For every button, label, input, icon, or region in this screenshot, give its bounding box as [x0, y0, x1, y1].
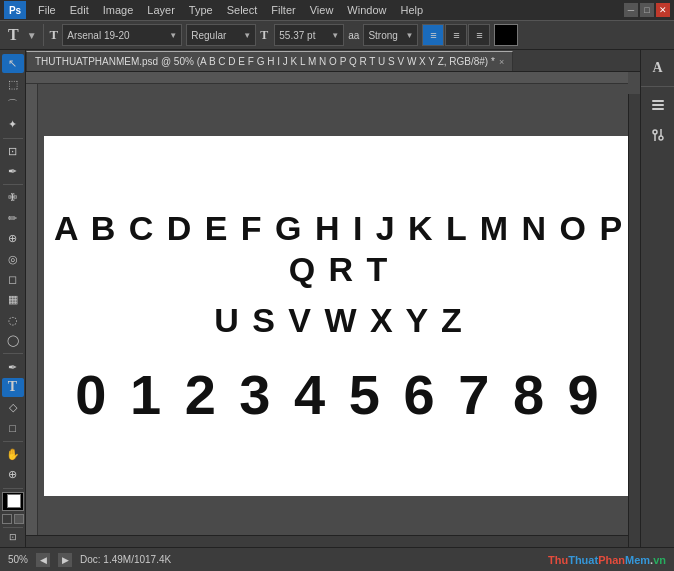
type-tool-icon: T [4, 26, 23, 44]
mode-buttons [2, 514, 24, 524]
eraser-tool[interactable]: ◻ [2, 270, 24, 289]
alphabet-row-2: U S V W X Y Z [214, 300, 464, 341]
align-right-button[interactable]: ≡ [468, 24, 490, 46]
marquee-tool[interactable]: ⬚ [2, 74, 24, 93]
font-size-dropdown[interactable]: 55.37 pt ▼ [274, 24, 344, 46]
font-style-value: Regular [191, 30, 239, 41]
menu-file[interactable]: File [32, 2, 62, 18]
blur-tool[interactable]: ◌ [2, 311, 24, 330]
history-tool[interactable]: ◎ [2, 249, 24, 268]
hand-tool[interactable]: ✋ [2, 445, 24, 464]
zoom-tool[interactable]: ⊕ [2, 465, 24, 484]
tools-divider-2 [3, 184, 23, 185]
pen-tool[interactable]: ✒ [2, 357, 24, 376]
tools-divider-6 [3, 527, 23, 528]
document-tab-label: THUTHUATPHANMEM.psd @ 50% (A B C D E F G… [35, 56, 495, 67]
window-controls: ─ □ ✕ [624, 3, 670, 17]
gradient-tool[interactable]: ▦ [2, 290, 24, 309]
ruler-horizontal [26, 72, 628, 84]
svg-rect-0 [652, 100, 664, 102]
foreground-color[interactable] [2, 492, 24, 512]
font-size-icon: T [50, 27, 59, 43]
svg-rect-1 [652, 104, 664, 106]
standard-mode-button[interactable] [2, 514, 12, 524]
svg-point-3 [653, 130, 657, 134]
svg-point-4 [659, 136, 663, 140]
font-size-T-icon: T [260, 28, 268, 43]
magic-wand-tool[interactable]: ✦ [2, 115, 24, 134]
toolbar: T ▼ T Arsenal 19-20 ▼ Regular ▼ T 55.37 … [0, 20, 674, 50]
menu-help[interactable]: Help [394, 2, 429, 18]
move-tool[interactable]: ↖ [2, 54, 24, 73]
close-button[interactable]: ✕ [656, 3, 670, 17]
wm-thu: Thu [548, 554, 568, 566]
right-panel-divider-1 [641, 86, 674, 87]
menu-select[interactable]: Select [221, 2, 264, 18]
adjustments-icon[interactable] [644, 121, 672, 149]
font-name-value: Arsenal 19-20 [67, 30, 165, 41]
type-tool[interactable]: T [2, 378, 24, 397]
menu-window[interactable]: Window [341, 2, 392, 18]
font-style-dropdown[interactable]: Regular ▼ [186, 24, 256, 46]
watermark: ThuThuatPhanMem.vn [548, 554, 666, 566]
screen-mode-button[interactable]: ⊡ [8, 531, 18, 543]
lasso-tool[interactable]: ⌒ [2, 95, 24, 114]
font-name-arrow-icon: ▼ [169, 31, 177, 40]
brush-tool[interactable]: ✏ [2, 209, 24, 228]
character-panel-icon[interactable]: A [644, 54, 672, 82]
menu-bar: Ps File Edit Image Layer Type Select Fil… [0, 0, 674, 20]
menu-layer[interactable]: Layer [141, 2, 181, 18]
crop-tool[interactable]: ⊡ [2, 142, 24, 161]
anti-alias-value: Strong [368, 30, 401, 41]
scrollbar-vertical[interactable] [628, 94, 640, 547]
font-size-arrow-icon: ▼ [331, 31, 339, 40]
tools-divider-4 [3, 441, 23, 442]
right-panel: A [640, 50, 674, 547]
anti-alias-dropdown[interactable]: Strong ▼ [363, 24, 418, 46]
anti-alias-arrow-icon: ▼ [405, 31, 413, 40]
toolbar-divider-1 [43, 24, 44, 46]
wm-mem: Mem [625, 554, 650, 566]
tool-arrow-icon: ▼ [27, 30, 37, 41]
document-tab[interactable]: THUTHUATPHANMEM.psd @ 50% (A B C D E F G… [26, 51, 513, 71]
quick-mask-button[interactable] [14, 514, 24, 524]
text-color-swatch[interactable] [494, 24, 518, 46]
tools-divider-1 [3, 138, 23, 139]
zoom-level: 50% [8, 554, 28, 565]
menu-filter[interactable]: Filter [265, 2, 301, 18]
shape-tool[interactable]: □ [2, 419, 24, 438]
status-bar: 50% ◀ ▶ Doc: 1.49M/1017.4K ThuThuatPhanM… [0, 547, 674, 571]
menu-edit[interactable]: Edit [64, 2, 95, 18]
wm-vn: vn [653, 554, 666, 566]
ps-logo: Ps [4, 1, 26, 19]
align-center-button[interactable]: ≡ [445, 24, 467, 46]
eyedropper-tool[interactable]: ✒ [2, 162, 24, 181]
aa-label: aa [348, 30, 359, 41]
numbers-row: 0 1 2 3 4 5 6 7 8 9 [75, 367, 602, 423]
align-group: ≡ ≡ ≡ [422, 24, 490, 46]
status-next-button[interactable]: ▶ [58, 553, 72, 567]
menu-type[interactable]: Type [183, 2, 219, 18]
maximize-button[interactable]: □ [640, 3, 654, 17]
alphabet-row-1: A B C D E F G H I J K L M N O P Q R T [44, 208, 634, 290]
canvas-area: THUTHUATPHANMEM.psd @ 50% (A B C D E F G… [26, 50, 640, 547]
main-area: ↖ ⬚ ⌒ ✦ ⊡ ✒ ✙ ✏ ⊕ ◎ ◻ ▦ ◌ ◯ ✒ T ◇ □ ✋ ⊕ … [0, 50, 674, 547]
canvas-scroll-area[interactable]: A B C D E F G H I J K L M N O P Q R T U … [26, 72, 640, 547]
background-color-indicator [7, 494, 21, 508]
layers-icon[interactable] [644, 91, 672, 119]
font-size-value: 55.37 pt [279, 30, 327, 41]
scrollbar-horizontal[interactable] [26, 535, 628, 547]
align-left-button[interactable]: ≡ [422, 24, 444, 46]
font-name-dropdown[interactable]: Arsenal 19-20 ▼ [62, 24, 182, 46]
menu-image[interactable]: Image [97, 2, 140, 18]
tab-close-button[interactable]: × [499, 57, 504, 67]
healing-tool[interactable]: ✙ [2, 188, 24, 207]
menu-view[interactable]: View [304, 2, 340, 18]
path-tool[interactable]: ◇ [2, 398, 24, 417]
clone-tool[interactable]: ⊕ [2, 229, 24, 248]
wm-phan: Phan [598, 554, 625, 566]
status-prev-button[interactable]: ◀ [36, 553, 50, 567]
tools-divider-5 [3, 488, 23, 489]
minimize-button[interactable]: ─ [624, 3, 638, 17]
dodge-tool[interactable]: ◯ [2, 331, 24, 350]
